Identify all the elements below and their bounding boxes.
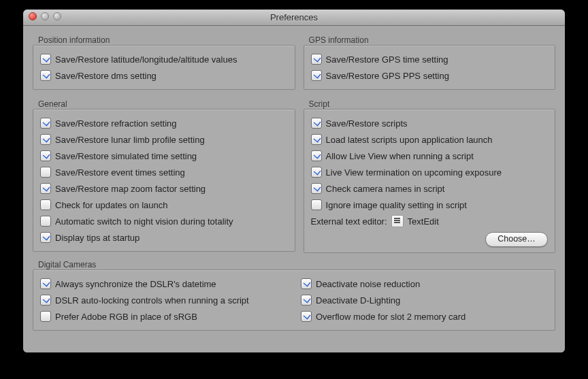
general-label-save-restore-lunar-limb-profile-setting: Save/Restore lunar limb profile setting [55, 135, 205, 145]
group-title: Script [309, 99, 555, 109]
gps-label-save-restore-gps-time-setting: Save/Restore GPS time setting [326, 54, 448, 65]
group-gps-information: GPS information Save/Restore GPS time se… [304, 33, 555, 90]
script-label-load-latest-scripts-upon-application-launch: Load latest scripts upon application lau… [326, 135, 493, 145]
group-title: Position information [38, 35, 295, 45]
dc-checkbox-prefer-adobe-rgb-in-place-of-srgb[interactable] [40, 311, 51, 322]
group-digital-cameras: Digital Cameras Always synchronize the D… [33, 260, 555, 331]
script-row-allow-live-view-when-running-a-script: Allow Live View when running a script [311, 148, 548, 164]
general-label-save-restore-event-times-setting: Save/Restore event times setting [55, 167, 185, 178]
gps-checkbox-save-restore-gps-pps-setting[interactable] [311, 70, 322, 81]
external-editor-label: External text editor: [311, 216, 387, 227]
general-label-save-restore-map-zoom-factor-setting: Save/Restore map zoom factor setting [55, 184, 206, 194]
script-label-live-view-termination-on-upcoming-exposure: Live View termination on upcoming exposu… [326, 167, 502, 178]
group-position-information: Position information Save/Restore latitu… [33, 33, 295, 90]
external-editor-row: External text editor:TextEdit [311, 213, 548, 229]
gps-row-save-restore-gps-pps-setting: Save/Restore GPS PPS setting [311, 67, 548, 84]
dc-label-prefer-adobe-rgb-in-place-of-srgb: Prefer Adobe RGB in place of sRGB [55, 312, 197, 322]
dc-row-overflow-mode-for-slot-2-memory-card: Overflow mode for slot 2 memory card [301, 308, 548, 325]
general-row-save-restore-map-zoom-factor-setting: Save/Restore map zoom factor setting [40, 180, 288, 197]
general-checkbox-check-for-updates-on-launch[interactable] [40, 199, 51, 210]
general-label-automatic-switch-to-night-vision-during-totality: Automatic switch to night vision during … [55, 216, 233, 227]
dc-checkbox-deactivate-d-lighting[interactable] [301, 295, 312, 306]
dc-checkbox-dslr-auto-locking-controls-when-running-a-script[interactable] [40, 295, 51, 306]
dc-row-always-synchronize-the-dslr-s-datetime: Always synchronize the DSLR's datetime [40, 276, 287, 292]
script-label-save-restore-scripts: Save/Restore scripts [326, 118, 408, 129]
content-area: Position information Save/Restore latitu… [23, 26, 565, 352]
window-controls [29, 12, 61, 20]
dc-row-deactivate-noise-reduction: Deactivate noise reduction [301, 276, 548, 292]
general-checkbox-save-restore-event-times-setting[interactable] [40, 167, 51, 178]
general-row-save-restore-lunar-limb-profile-setting: Save/Restore lunar limb profile setting [40, 131, 288, 148]
position-label-save-restore-latitude-longitude-altitude-values: Save/Restore latitude/longitude/altitude… [55, 54, 237, 65]
choose-button[interactable]: Choose… [485, 232, 548, 247]
script-checkbox-ignore-image-quality-setting-in-script[interactable] [311, 199, 322, 210]
position-row-save-restore-latitude-longitude-altitude-values: Save/Restore latitude/longitude/altitude… [40, 51, 288, 67]
general-row-display-tips-at-startup: Display tips at startup [40, 229, 288, 246]
dc-checkbox-deactivate-noise-reduction[interactable] [301, 278, 312, 289]
group-title: General [38, 99, 295, 109]
general-checkbox-display-tips-at-startup[interactable] [40, 232, 51, 243]
dc-label-always-synchronize-the-dslr-s-datetime: Always synchronize the DSLR's datetime [55, 279, 216, 289]
script-checkbox-load-latest-scripts-upon-application-launch[interactable] [311, 134, 322, 145]
script-checkbox-allow-live-view-when-running-a-script[interactable] [311, 150, 322, 161]
general-label-check-for-updates-on-launch: Check for updates on launch [55, 200, 168, 210]
external-editor-app: TextEdit [408, 216, 439, 227]
general-row-save-restore-refraction-setting: Save/Restore refraction setting [40, 115, 288, 131]
general-checkbox-automatic-switch-to-night-vision-during-totality[interactable] [40, 216, 51, 227]
position-checkbox-save-restore-latitude-longitude-altitude-values[interactable] [40, 54, 51, 65]
dc-checkbox-always-synchronize-the-dslr-s-datetime[interactable] [40, 278, 51, 289]
script-label-ignore-image-quality-setting-in-script: Ignore image quality setting in script [326, 200, 467, 210]
general-row-automatic-switch-to-night-vision-during-totality: Automatic switch to night vision during … [40, 213, 288, 229]
dc-label-deactivate-d-lighting: Deactivate D-Lighting [316, 295, 400, 306]
dc-row-dslr-auto-locking-controls-when-running-a-script: DSLR auto-locking controls when running … [40, 292, 287, 308]
zoom-icon[interactable] [53, 12, 61, 20]
gps-checkbox-save-restore-gps-time-setting[interactable] [311, 54, 322, 65]
general-checkbox-save-restore-lunar-limb-profile-setting[interactable] [40, 134, 51, 145]
general-row-check-for-updates-on-launch: Check for updates on launch [40, 197, 288, 213]
titlebar: Preferences [23, 10, 565, 26]
group-general: General Save/Restore refraction settingS… [33, 97, 295, 252]
general-label-save-restore-refraction-setting: Save/Restore refraction setting [55, 118, 176, 129]
gps-row-save-restore-gps-time-setting: Save/Restore GPS time setting [311, 51, 548, 67]
script-row-ignore-image-quality-setting-in-script: Ignore image quality setting in script [311, 197, 548, 213]
position-checkbox-save-restore-dms-setting[interactable] [40, 70, 51, 81]
close-icon[interactable] [29, 12, 37, 20]
preferences-window: Preferences Position information Save/Re… [23, 10, 565, 352]
dc-label-deactivate-noise-reduction: Deactivate noise reduction [316, 279, 420, 289]
minimize-icon[interactable] [41, 12, 49, 20]
general-row-save-restore-event-times-setting: Save/Restore event times setting [40, 164, 288, 180]
general-label-save-restore-simulated-time-setting: Save/Restore simulated time setting [55, 151, 197, 161]
dc-label-dslr-auto-locking-controls-when-running-a-script: DSLR auto-locking controls when running … [55, 295, 249, 306]
dc-label-overflow-mode-for-slot-2-memory-card: Overflow mode for slot 2 memory card [316, 312, 466, 322]
general-label-display-tips-at-startup: Display tips at startup [55, 233, 140, 243]
script-checkbox-live-view-termination-on-upcoming-exposure[interactable] [311, 167, 322, 178]
general-checkbox-save-restore-simulated-time-setting[interactable] [40, 150, 51, 161]
textedit-icon [391, 215, 404, 227]
script-row-save-restore-scripts: Save/Restore scripts [311, 115, 548, 131]
script-row-live-view-termination-on-upcoming-exposure: Live View termination on upcoming exposu… [311, 164, 548, 180]
group-script: Script Save/Restore scriptsLoad latest s… [304, 97, 555, 253]
script-row-load-latest-scripts-upon-application-launch: Load latest scripts upon application lau… [311, 131, 548, 148]
gps-label-save-restore-gps-pps-setting: Save/Restore GPS PPS setting [326, 71, 449, 81]
dc-checkbox-overflow-mode-for-slot-2-memory-card[interactable] [301, 311, 312, 322]
script-checkbox-check-camera-names-in-script[interactable] [311, 183, 322, 194]
position-row-save-restore-dms-setting: Save/Restore dms setting [40, 67, 288, 84]
group-title: GPS information [309, 35, 555, 45]
position-label-save-restore-dms-setting: Save/Restore dms setting [55, 71, 157, 81]
dc-row-deactivate-d-lighting: Deactivate D-Lighting [301, 292, 548, 308]
script-label-check-camera-names-in-script: Check camera names in script [326, 184, 445, 194]
dc-row-prefer-adobe-rgb-in-place-of-srgb: Prefer Adobe RGB in place of sRGB [40, 308, 287, 325]
general-checkbox-save-restore-refraction-setting[interactable] [40, 118, 51, 129]
general-checkbox-save-restore-map-zoom-factor-setting[interactable] [40, 183, 51, 194]
general-row-save-restore-simulated-time-setting: Save/Restore simulated time setting [40, 148, 288, 164]
script-checkbox-save-restore-scripts[interactable] [311, 118, 322, 129]
script-row-check-camera-names-in-script: Check camera names in script [311, 180, 548, 197]
window-title: Preferences [270, 12, 318, 22]
group-title: Digital Cameras [38, 260, 555, 269]
script-label-allow-live-view-when-running-a-script: Allow Live View when running a script [326, 151, 474, 161]
